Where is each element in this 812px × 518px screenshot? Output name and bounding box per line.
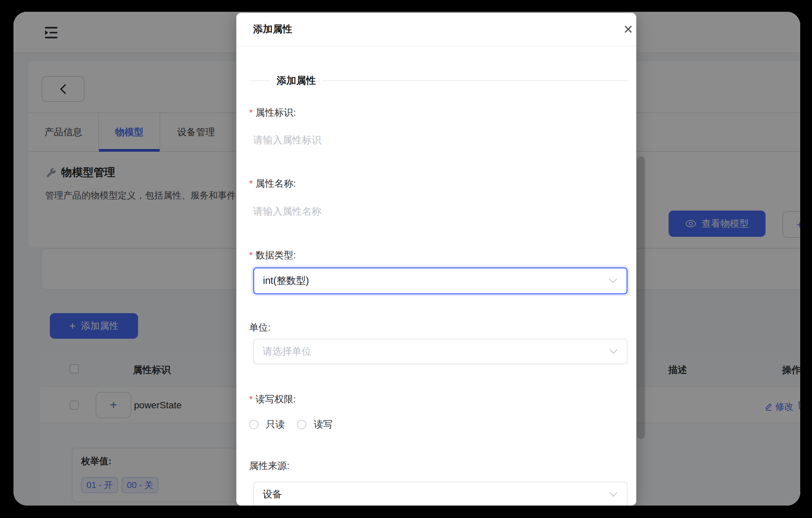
- chevron-down-icon: [609, 348, 618, 355]
- identifier-field-label: * 属性标识:: [249, 107, 296, 118]
- divider-line: [322, 81, 628, 81]
- modal-section-title: 添加属性: [277, 74, 316, 87]
- data-type-select[interactable]: int(整数型): [253, 267, 628, 294]
- source-field-label: 属性来源:: [249, 460, 290, 471]
- chevron-down-icon: [609, 491, 618, 497]
- required-asterisk: *: [249, 250, 253, 261]
- name-field-label: * 属性名称:: [249, 178, 296, 189]
- source-select[interactable]: 设备: [253, 482, 628, 506]
- radio-read-write[interactable]: [297, 420, 306, 429]
- permission-radio-group: 只读 读写: [249, 418, 332, 431]
- app-window: 产品信息 物模型 设备管理 物模型管理 管理产品的物模型定义，包括属性、服务和事…: [13, 12, 800, 506]
- modal-scrollbar-thumb[interactable]: [637, 156, 645, 439]
- permission-field-label: * 读写权限:: [249, 394, 296, 405]
- unit-select[interactable]: 请选择单位: [253, 339, 628, 364]
- required-asterisk: *: [249, 178, 253, 189]
- close-icon[interactable]: ✕: [620, 22, 636, 38]
- unit-field-label: 单位:: [249, 322, 271, 333]
- chevron-down-icon: [608, 278, 618, 284]
- radio-read-only[interactable]: [249, 420, 259, 429]
- modal-section-divider: 添加属性: [249, 73, 628, 88]
- add-property-modal: 添加属性 ✕ 添加属性 * 属性标识: * 属性名称: * 数据类型: int(…: [236, 13, 636, 506]
- data-type-field-label: * 数据类型:: [249, 250, 296, 261]
- required-asterisk: *: [249, 107, 253, 118]
- divider-line: [249, 81, 270, 81]
- modal-title: 添加属性: [253, 23, 292, 36]
- identifier-input[interactable]: [253, 132, 628, 147]
- modal-header: 添加属性: [236, 13, 636, 47]
- required-asterisk: *: [249, 394, 253, 405]
- name-input[interactable]: [253, 204, 628, 219]
